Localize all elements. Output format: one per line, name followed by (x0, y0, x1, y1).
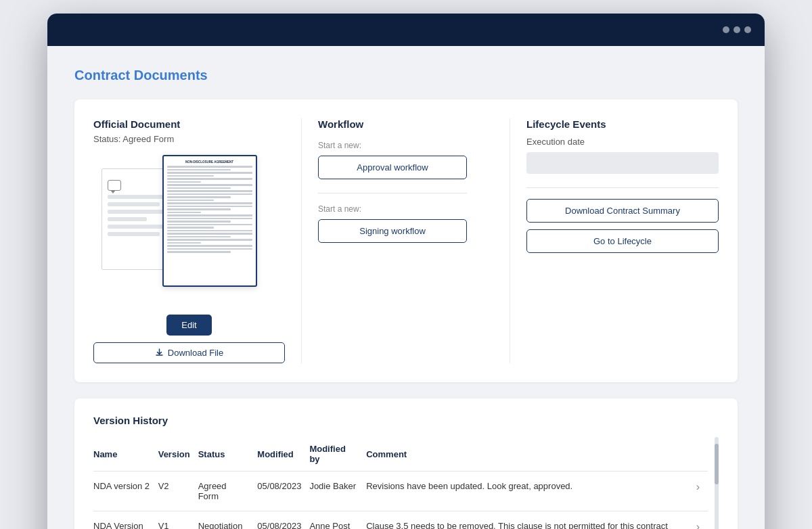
browser-dot-1 (723, 26, 729, 33)
cell-modified-by: Anne Post (309, 511, 366, 530)
scrollbar-track[interactable] (715, 437, 719, 529)
table-row[interactable]: NDA Version 1V1Negotiation05/08/2023Anne… (93, 511, 708, 530)
cell-comment: Revisions have been updated. Look great,… (366, 472, 692, 511)
col-header-modified: Modified (257, 437, 309, 472)
version-history-card: Version History Name Version Status Modi… (74, 398, 738, 529)
signing-workflow-button[interactable]: Signing workflow (318, 219, 467, 243)
row-chevron[interactable]: › (692, 472, 708, 511)
official-document-status: Status: Agreed Form (93, 134, 285, 144)
nda-document-preview: NON-DISCLOSURE AGREEMENT (162, 155, 257, 287)
col-header-comment: Comment (366, 437, 692, 472)
col-header-modified-by: Modified by (309, 437, 366, 472)
cell-name: NDA Version 1 (93, 511, 158, 530)
doc-line (108, 202, 160, 206)
doc-preview-area: NON-DISCLOSURE AGREEMENT (93, 155, 285, 304)
workflow-section: Workflow Start a new: Approval workflow … (302, 118, 510, 363)
cell-status: Negotiation (198, 511, 258, 530)
go-to-lifecycle-button[interactable]: Go to Lifecycle (526, 229, 719, 253)
cell-modified: 05/08/2023 (257, 472, 309, 511)
cell-name: NDA version 2 (93, 472, 158, 511)
cell-comment: Clause 3.5 needs to be removed. This cla… (366, 511, 692, 530)
doc-line (108, 217, 147, 221)
start-new-label-1: Start a new: (318, 141, 493, 150)
table-header-row: Name Version Status Modified Modified by… (93, 437, 708, 472)
edit-button[interactable]: Edit (166, 315, 211, 336)
browser-dot-2 (734, 26, 740, 33)
approval-workflow-button[interactable]: Approval workflow (318, 156, 467, 179)
version-table: Name Version Status Modified Modified by… (93, 437, 708, 529)
workflow-title: Workflow (318, 118, 493, 130)
page-title: Contract Documents (74, 68, 738, 83)
col-header-action (692, 437, 708, 472)
lifecycle-section: Lifecycle Events Execution date Download… (510, 118, 719, 363)
row-chevron[interactable]: › (692, 511, 708, 530)
download-file-button[interactable]: Download File (93, 342, 285, 363)
execution-date-label: Execution date (526, 137, 719, 147)
col-header-name: Name (93, 437, 158, 472)
official-document-title: Official Document (93, 118, 285, 130)
main-card: Official Document Status: Agreed Form (74, 99, 738, 382)
comment-icon (108, 180, 121, 191)
cell-version: V1 (158, 511, 198, 530)
cell-modified: 05/08/2023 (257, 511, 309, 530)
table-row[interactable]: NDA version 2V2Agreed Form05/08/2023Jodi… (93, 472, 708, 511)
lifecycle-divider (526, 187, 719, 188)
cell-version: V2 (158, 472, 198, 511)
version-history-title: Version History (93, 415, 719, 426)
browser-dots (723, 26, 751, 33)
page-content: Contract Documents Official Document Sta… (47, 46, 765, 529)
cell-modified-by: Jodie Baker (309, 472, 366, 511)
download-contract-summary-button[interactable]: Download Contract Summary (526, 199, 719, 223)
scrollbar-thumb[interactable] (715, 444, 719, 484)
browser-dot-3 (744, 26, 751, 33)
execution-date-input[interactable] (526, 152, 719, 174)
official-document-section: Official Document Status: Agreed Form (93, 118, 302, 363)
cell-status: Agreed Form (198, 472, 258, 511)
col-header-status: Status (198, 437, 258, 472)
doc-line (108, 232, 160, 236)
browser-window: Contract Documents Official Document Sta… (47, 14, 765, 529)
col-header-version: Version (158, 437, 198, 472)
download-icon (155, 348, 164, 357)
browser-titlebar (47, 14, 765, 46)
start-new-label-2: Start a new: (318, 204, 493, 214)
chevron-right-icon[interactable]: › (696, 481, 700, 492)
sections-grid: Official Document Status: Agreed Form (93, 118, 719, 363)
version-table-wrapper: Name Version Status Modified Modified by… (93, 437, 719, 529)
chevron-right-icon[interactable]: › (696, 521, 700, 529)
lifecycle-title: Lifecycle Events (526, 118, 719, 130)
workflow-divider (318, 193, 467, 193)
nda-title: NON-DISCLOSURE AGREEMENT (167, 160, 252, 164)
